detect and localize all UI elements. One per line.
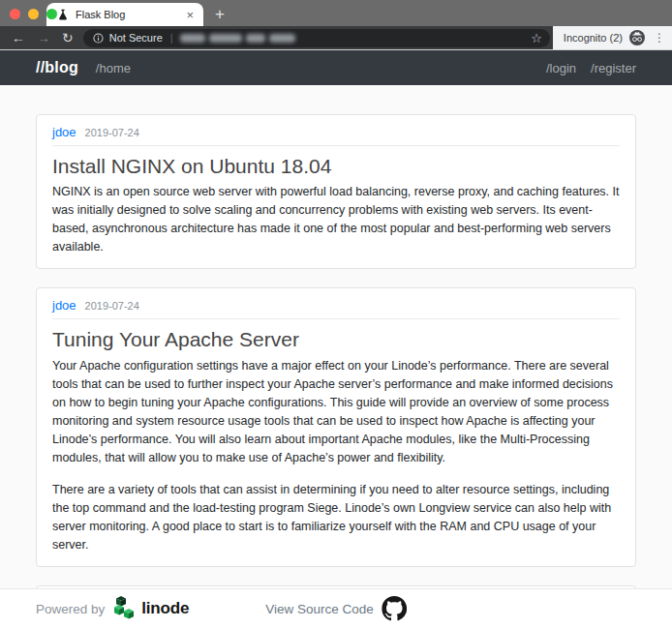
post-date: 2019-07-24	[85, 300, 139, 312]
post-title-link[interactable]: Tuning Your Apache Server	[52, 326, 620, 352]
tab-close-icon[interactable]: ×	[184, 9, 196, 21]
bookmark-star-icon[interactable]: ☆	[531, 32, 542, 45]
forward-icon: →	[31, 31, 56, 45]
author-link[interactable]: jdoe	[52, 298, 76, 313]
profile-area: Incognito (2) ⋮	[553, 26, 672, 49]
linode-wordmark: linode	[141, 599, 189, 618]
powered-by-label: Powered by	[36, 602, 105, 616]
post-list: jdoe 2019-07-24 Install NGINX on Ubuntu …	[36, 85, 636, 628]
url-separator: |	[170, 32, 173, 44]
linode-logo-icon	[113, 596, 137, 622]
new-tab-button[interactable]: +	[215, 6, 225, 22]
browser-tab-strip: Flask Blog × +	[0, 0, 672, 26]
incognito-icon[interactable]	[629, 30, 645, 45]
info-icon[interactable]	[93, 33, 104, 44]
view-source-link[interactable]: View Source Code	[265, 602, 374, 616]
back-icon[interactable]: ←	[6, 31, 31, 45]
post-date: 2019-07-24	[85, 127, 139, 138]
browser-menu-icon[interactable]: ⋮	[654, 31, 665, 45]
window-controls	[10, 9, 57, 19]
post-card: jdoe 2019-07-24 Install NGINX on Ubuntu …	[36, 114, 636, 269]
not-secure-label: Not Secure	[109, 32, 163, 44]
post-title-link[interactable]: Install NGINX on Ubuntu 18.04	[52, 153, 620, 179]
post-excerpt: NGINX is an open source web server with …	[52, 183, 620, 256]
navbar-link-login[interactable]: /login	[546, 61, 576, 75]
post-card: jdoe 2019-07-24 Tuning Your Apache Serve…	[36, 287, 636, 566]
post-excerpt: There are a variety of tools that can as…	[52, 481, 620, 554]
reload-icon[interactable]: ↻	[56, 31, 79, 45]
navbar-brand[interactable]: //blog	[36, 59, 78, 76]
source-code-group: View Source Code	[265, 589, 407, 628]
incognito-label: Incognito (2)	[564, 32, 623, 44]
site-navbar: //blog /home /login /register	[0, 50, 672, 85]
author-link[interactable]: jdoe	[52, 125, 76, 139]
address-bar[interactable]: Not Secure | ☆	[83, 29, 550, 47]
github-icon[interactable]	[382, 596, 407, 621]
navbar-link-home[interactable]: /home	[96, 61, 131, 75]
window-zoom-button[interactable]	[46, 9, 57, 19]
window-minimize-button[interactable]	[28, 9, 39, 19]
window-close-button[interactable]	[10, 9, 20, 19]
redacted-url	[180, 34, 295, 43]
post-excerpt: Your Apache configuration settings have …	[52, 357, 620, 467]
navbar-right-links: /login /register	[546, 61, 636, 75]
flask-favicon-icon	[57, 9, 69, 20]
browser-toolbar: ← → ↻ Not Secure | ☆ Incognito (2) ⋮	[0, 26, 672, 50]
browser-tab[interactable]: Flask Blog ×	[46, 3, 203, 26]
post-meta: jdoe 2019-07-24	[52, 298, 620, 319]
powered-by-group: Powered by	[36, 589, 189, 628]
post-meta: jdoe 2019-07-24	[52, 125, 620, 146]
linode-link[interactable]: linode	[113, 596, 189, 622]
page-footer: Powered by	[0, 588, 672, 628]
navbar-link-register[interactable]: /register	[591, 61, 636, 75]
tab-title: Flask Blog	[76, 9, 184, 20]
